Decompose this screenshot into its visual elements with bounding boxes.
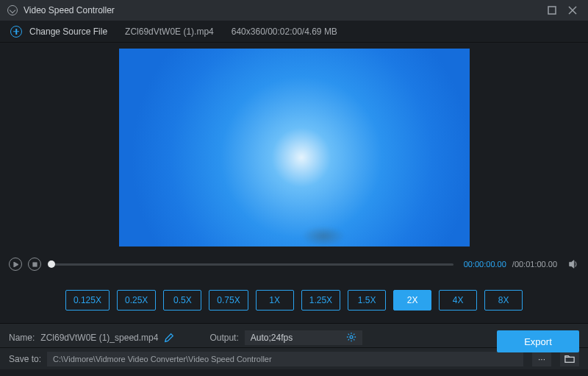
output-name: ZCl69dVtW0E (1)_speed.mp4 <box>40 333 158 343</box>
export-label: Export <box>524 336 552 347</box>
output-value: Auto;24fps <box>251 333 293 343</box>
save-label: Save to: <box>9 354 41 364</box>
title-bar: Video Speed Controller <box>0 0 588 21</box>
output-format-dropdown[interactable]: Auto;24fps <box>245 330 362 345</box>
speed-button-1.25x[interactable]: 1.25X <box>301 290 340 311</box>
speed-button-8x[interactable]: 8X <box>484 290 523 311</box>
speed-button-0.125x[interactable]: 0.125X <box>65 290 110 311</box>
app-title: Video Speed Controller <box>24 5 115 15</box>
svg-marker-5 <box>570 260 574 269</box>
source-file-meta: 640x360/00:02:00/4.69 MB <box>232 26 337 37</box>
svg-marker-3 <box>13 262 18 267</box>
preview-area <box>0 43 588 252</box>
speed-button-0.25x[interactable]: 0.25X <box>117 290 156 311</box>
playback-controls: 00:00:00.00 /00:01:00.00 <box>0 252 588 277</box>
more-button[interactable]: ··· <box>532 352 551 366</box>
progress-bar[interactable] <box>51 263 453 266</box>
svg-rect-0 <box>548 7 556 14</box>
svg-point-6 <box>350 336 353 338</box>
change-source-button[interactable]: Change Source File <box>10 26 107 38</box>
speed-button-1x[interactable]: 1X <box>256 290 294 311</box>
save-path-text: C:\Vidmore\Vidmore Video Converter\Video… <box>53 355 272 363</box>
speed-button-0.75x[interactable]: 0.75X <box>209 290 248 311</box>
source-row: Change Source File ZCl69dVtW0E (1).mp4 6… <box>0 21 588 43</box>
volume-button[interactable] <box>567 258 579 270</box>
play-button[interactable] <box>9 258 22 271</box>
maximize-button[interactable] <box>544 4 560 17</box>
total-time: /00:01:00.00 <box>512 260 557 269</box>
stop-button[interactable] <box>28 258 41 271</box>
svg-rect-7 <box>565 357 574 362</box>
close-button[interactable] <box>564 4 581 17</box>
plus-icon <box>10 26 22 38</box>
change-source-label: Change Source File <box>29 26 107 37</box>
speed-button-4x[interactable]: 4X <box>439 290 477 311</box>
source-file-name: ZCl69dVtW0E (1).mp4 <box>125 26 214 37</box>
speed-buttons: 0.125X0.25X0.5X0.75X1X1.25X1.5X2X4X8X <box>65 290 523 311</box>
save-path-input[interactable]: C:\Vidmore\Vidmore Video Converter\Video… <box>47 352 523 366</box>
current-time: 00:00:00.00 <box>464 260 506 269</box>
speed-button-1.5x[interactable]: 1.5X <box>348 290 386 311</box>
speed-button-0.5x[interactable]: 0.5X <box>163 290 201 311</box>
svg-rect-4 <box>32 262 36 266</box>
app-logo-icon <box>7 5 18 15</box>
edit-name-button[interactable] <box>164 333 174 343</box>
progress-handle[interactable] <box>48 260 55 268</box>
output-label: Output: <box>209 333 238 343</box>
export-button[interactable]: Export <box>497 330 579 352</box>
gear-icon <box>346 332 356 344</box>
name-label: Name: <box>9 333 35 343</box>
speed-area: 0.125X0.25X0.5X0.75X1X1.25X1.5X2X4X8X <box>0 277 588 324</box>
open-folder-button[interactable] <box>560 352 579 366</box>
video-preview[interactable] <box>119 49 470 246</box>
speed-button-2x[interactable]: 2X <box>393 290 431 311</box>
